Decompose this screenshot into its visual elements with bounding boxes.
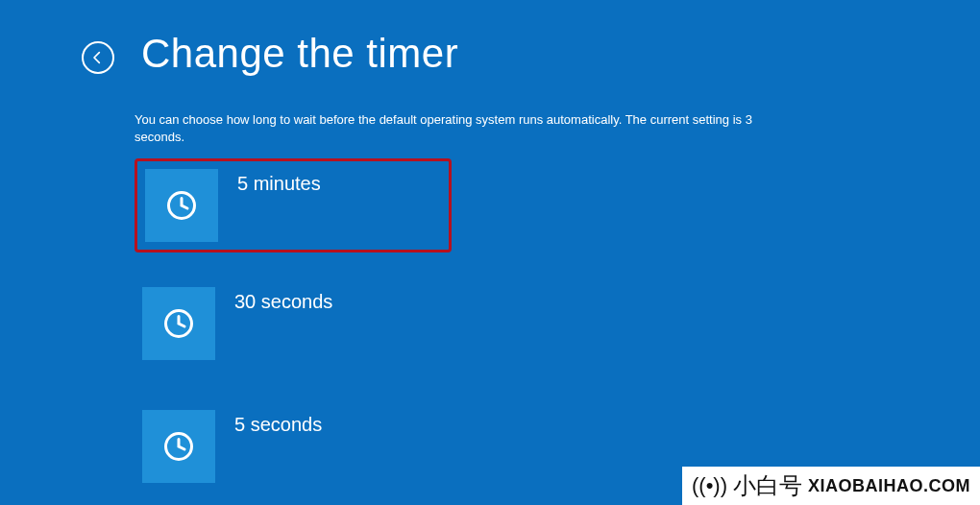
option-tile xyxy=(142,287,215,360)
page-description: You can choose how long to wait before t… xyxy=(135,111,769,146)
option-tile xyxy=(145,169,218,242)
brand-name-en: XIAOBAIHAO.COM xyxy=(808,476,970,496)
timer-options-list: 5 minutes 30 seconds 5 seconds xyxy=(135,158,452,505)
clock-icon xyxy=(161,306,196,341)
arrow-left-icon xyxy=(90,50,106,65)
back-button[interactable] xyxy=(82,41,114,74)
page-header: Change the timer xyxy=(82,31,458,77)
option-label: 5 seconds xyxy=(234,414,322,436)
watermark-badge: ((•)) 小白号 XIAOBAIHAO.COM xyxy=(682,467,980,505)
timer-option-5-seconds[interactable]: 5 seconds xyxy=(135,402,452,491)
page-title: Change the timer xyxy=(141,31,458,77)
option-label: 30 seconds xyxy=(234,291,332,313)
option-label: 5 minutes xyxy=(237,173,321,195)
timer-option-30-seconds[interactable]: 30 seconds xyxy=(135,279,452,368)
clock-icon xyxy=(161,429,196,464)
option-tile xyxy=(142,410,215,483)
brand-name-cn: 小白号 xyxy=(733,470,802,501)
clock-icon xyxy=(164,188,199,223)
timer-option-5-minutes[interactable]: 5 minutes xyxy=(135,158,452,252)
broadcast-icon: ((•)) xyxy=(692,475,727,496)
